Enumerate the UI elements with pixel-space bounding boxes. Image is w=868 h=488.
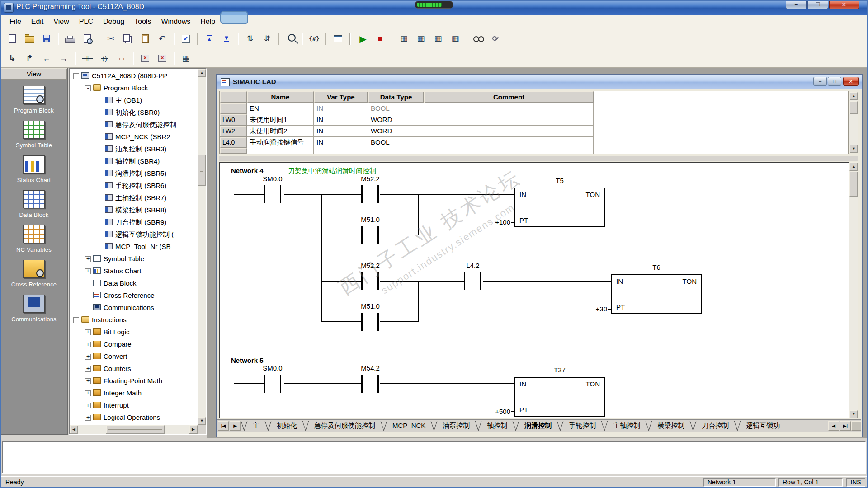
- table-cell-data-type[interactable]: WORD: [368, 114, 424, 126]
- menu-view[interactable]: View: [48, 16, 74, 27]
- sort-descending-button[interactable]: ⇅: [259, 31, 275, 47]
- tab-lubrication-control[interactable]: 润滑控制: [519, 421, 557, 431]
- view-item-nc-variables[interactable]: NC Variables: [0, 219, 67, 254]
- menu-edit[interactable]: Edit: [26, 16, 49, 27]
- tree-item-sbr2[interactable]: MCP_NCK (SBR2: [70, 131, 197, 143]
- tree-item-logic-interlock[interactable]: 逻辑互锁功能控制 (: [70, 228, 197, 240]
- network-down-button[interactable]: ↳: [4, 51, 20, 66]
- table-cell-var-type[interactable]: IN: [314, 114, 368, 126]
- net5-contact-sm00[interactable]: [264, 375, 281, 393]
- table-cell-var-type[interactable]: IN: [314, 126, 368, 137]
- tab-main[interactable]: 主: [247, 421, 265, 431]
- tree-item-instructions[interactable]: -Instructions: [70, 314, 197, 326]
- insert-coil-button[interactable]: ( ): [96, 51, 113, 66]
- scroll-down-button[interactable]: ▼: [849, 145, 858, 153]
- net4-contact-l42[interactable]: [464, 272, 481, 290]
- tab-turret[interactable]: 刀台控制: [696, 421, 734, 431]
- expand-expander[interactable]: +: [85, 366, 91, 372]
- tree-item-data-block[interactable]: Data Block: [70, 277, 197, 289]
- element-left-button[interactable]: ←: [38, 51, 55, 66]
- expand-expander[interactable]: +: [85, 342, 91, 347]
- view-item-program-block[interactable]: Program Block: [0, 80, 67, 115]
- menu-file[interactable]: File: [5, 16, 26, 27]
- table-vertical-scrollbar[interactable]: ▲ ▼: [849, 92, 858, 153]
- tab-spindle[interactable]: 主轴控制: [608, 421, 646, 431]
- tree-item-mcp-tool-nr[interactable]: MCP_Tool_Nr (SB: [70, 240, 197, 253]
- menu-help[interactable]: Help: [195, 16, 220, 27]
- collapse-expander[interactable]: -: [85, 85, 91, 91]
- tree-item-counters[interactable]: +Counters: [70, 362, 197, 375]
- tree-item-cross-reference[interactable]: Cross Reference: [70, 289, 197, 301]
- table-cell-name[interactable]: 未使用时间1: [247, 114, 314, 126]
- net4-contact-sm00[interactable]: [264, 185, 281, 203]
- tree-item-status-chart[interactable]: +Status Chart: [70, 265, 197, 277]
- force-button[interactable]: [488, 31, 504, 47]
- close-button[interactable]: ×: [829, 0, 859, 9]
- tab-scroll-first-button[interactable]: |◀: [218, 421, 229, 431]
- net4-timer-t5[interactable]: INTON PT: [514, 188, 605, 227]
- table-cell-data-type[interactable]: BOOL: [368, 103, 424, 114]
- view-item-cross-reference[interactable]: Cross Reference: [0, 254, 67, 289]
- pt-value[interactable]: +30: [578, 305, 607, 313]
- delete-element-button[interactable]: ×: [154, 51, 170, 66]
- pt-value[interactable]: +100: [481, 218, 510, 226]
- expand-expander[interactable]: +: [85, 378, 91, 384]
- delete-vertical-button[interactable]: ×: [137, 51, 153, 66]
- lad-restore-button[interactable]: □: [828, 77, 841, 86]
- insert-contact-button[interactable]: ⊣⊢: [79, 51, 95, 66]
- scroll-down-button[interactable]: ▼: [849, 410, 858, 418]
- tree-item-root[interactable]: -C5112A_808D (808D-PP: [70, 70, 197, 82]
- tree-item-sbr8[interactable]: 横梁控制 (SBR8): [70, 204, 197, 216]
- view-item-communications[interactable]: Communications: [0, 289, 67, 324]
- table-cell-comment[interactable]: [424, 126, 594, 137]
- tree-item-logical-operations[interactable]: +Logical Operations: [70, 411, 197, 423]
- window-layout-button[interactable]: [330, 31, 346, 47]
- net5-contact-m542[interactable]: [361, 375, 379, 393]
- tab-scroll-right-button[interactable]: ▶: [230, 421, 241, 431]
- tree-vertical-scrollbar[interactable]: ▲ ▼: [198, 69, 206, 425]
- lad-window-titlebar[interactable]: SIMATIC LAD − □ ×: [217, 75, 862, 89]
- tree-item-sbr1[interactable]: 急停及伺服使能控制: [70, 118, 197, 131]
- find-button[interactable]: [283, 31, 299, 47]
- tree-item-convert[interactable]: +Convert: [70, 350, 197, 362]
- save-button[interactable]: [38, 31, 55, 47]
- net4-contact-m522-mid[interactable]: [361, 272, 379, 290]
- net4-timer-t6[interactable]: INTON PT: [611, 274, 702, 314]
- tree-item-sbr6[interactable]: 手轮控制 (SBR6): [70, 179, 197, 192]
- tree-item-sbr5[interactable]: 润滑控制 (SBR5): [70, 167, 197, 179]
- network-up-button[interactable]: ↱: [21, 51, 38, 66]
- tree-item-sbr0[interactable]: 初始化 (SBR0): [70, 106, 197, 118]
- table-cell-name[interactable]: EN: [247, 103, 314, 114]
- menu-debug[interactable]: Debug: [98, 16, 129, 27]
- maximize-button[interactable]: □: [807, 0, 828, 9]
- scroll-right-button[interactable]: ▶: [189, 425, 198, 434]
- pt-value[interactable]: +500: [481, 408, 510, 415]
- program-status-button-3[interactable]: ▦: [430, 31, 446, 47]
- expand-expander[interactable]: +: [85, 403, 91, 408]
- table-cell-name[interactable]: 未使用时间2: [247, 126, 314, 137]
- tree-item-bit-logic[interactable]: +Bit Logic: [70, 326, 197, 338]
- view-item-symbol-table[interactable]: Symbol Table: [0, 115, 67, 150]
- table-cell-var-type[interactable]: IN: [314, 137, 368, 148]
- tab-scroll-left-button[interactable]: ◀: [828, 421, 839, 431]
- view-item-status-chart[interactable]: Status Chart: [0, 150, 67, 184]
- table-cell-name[interactable]: 手动润滑按键信号: [247, 137, 314, 148]
- net4-contact-m522-top[interactable]: [361, 185, 379, 203]
- copy-button[interactable]: [120, 31, 136, 47]
- insert-box-button[interactable]: ▭: [113, 51, 130, 66]
- tab-init[interactable]: 初始化: [271, 421, 302, 431]
- program-status-button-1[interactable]: ▦: [396, 31, 412, 47]
- table-cell-comment[interactable]: [424, 137, 594, 148]
- tree-item-program-block[interactable]: -Program Block: [70, 82, 197, 94]
- expand-expander[interactable]: +: [85, 268, 91, 274]
- menu-plc[interactable]: PLC: [74, 16, 98, 27]
- scroll-up-button[interactable]: ▲: [198, 69, 206, 77]
- scrollbar-thumb[interactable]: [106, 425, 165, 434]
- table-cell-var-type[interactable]: IN: [314, 103, 368, 114]
- expand-expander[interactable]: +: [85, 256, 91, 262]
- scrollbar-thumb[interactable]: [849, 171, 858, 197]
- table-cell-data-type[interactable]: BOOL: [368, 137, 424, 148]
- table-cell-comment[interactable]: [424, 103, 594, 114]
- expand-expander[interactable]: +: [85, 354, 91, 360]
- program-status-button-4[interactable]: ▦: [447, 31, 463, 47]
